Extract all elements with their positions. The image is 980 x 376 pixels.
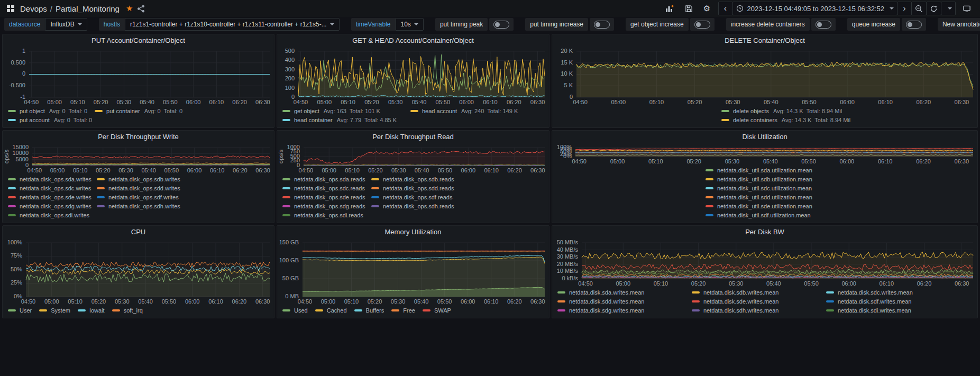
legend-item[interactable]: soft_irq — [112, 306, 143, 315]
save-dashboard-button[interactable] — [681, 2, 697, 15]
timeseries-chart[interactable]: 10.5000-0.500-104:5005:0005:1005:2005:30… — [3, 47, 274, 106]
legend-item[interactable]: netdata.disk_ops.sdi.reads — [282, 211, 369, 219]
legend-item[interactable]: SWAP — [423, 306, 451, 315]
toggle-switch[interactable] — [590, 18, 614, 31]
legend-item[interactable]: head accountAvg: 240 Total: 149 K — [410, 107, 536, 115]
legend-item[interactable]: netdata.disk_ops.sde.writes — [8, 193, 95, 201]
legend-item[interactable]: get objectAvg: 163 Total: 101 K — [282, 107, 408, 115]
variable-value-dropdown[interactable]: InfluxDB — [45, 18, 87, 31]
legend-series-stats: Avg: 14.3 K Total: 8.94 Mil — [782, 116, 850, 124]
favorite-star-icon[interactable]: ★ — [126, 4, 133, 13]
series-color-swatch — [282, 196, 290, 198]
legend-item[interactable]: netdata.disk_ops.sdf.writes — [97, 193, 184, 201]
legend-item[interactable]: put objectAvg: 0 Total: 0 — [8, 107, 87, 115]
add-panel-button[interactable] — [662, 2, 678, 15]
legend-item[interactable]: netdata.disk_ops.sdf.reads — [371, 193, 458, 201]
legend-item[interactable]: netdata.disk.sdi.writes.mean — [826, 306, 958, 315]
breadcrumb-dashboard[interactable]: Partial_Monitoring — [56, 4, 120, 13]
legend-series-name: get object — [294, 107, 319, 115]
legend-item[interactable]: netdata.disk_ops.sdg.writes — [8, 202, 95, 210]
legend-item[interactable]: netdata.disk.sdf.writes.mean — [826, 297, 958, 306]
panel-title[interactable]: PUT Account/Container/Object — [3, 34, 274, 47]
timeseries-chart[interactable]: 1000750500250004:5005:0005:1005:2005:300… — [277, 143, 549, 175]
legend-item[interactable]: netdata.disk_ops.sda.writes — [8, 175, 95, 184]
toggle-switch[interactable] — [690, 18, 715, 31]
legend-item[interactable]: Buffers — [354, 306, 384, 315]
breadcrumb-app[interactable]: Devops — [20, 4, 47, 13]
refresh-interval-caret[interactable] — [941, 2, 956, 15]
legend-item[interactable]: netdata.disk.sdg.writes.mean — [557, 306, 690, 315]
legend-item[interactable]: netdata.disk_ops.sde.reads — [282, 193, 369, 201]
legend-item[interactable]: netdata.disk_util.sdb.utilization.mean — [706, 175, 838, 184]
toggle-switch[interactable] — [489, 18, 514, 31]
svg-text:06:00: 06:00 — [186, 99, 201, 105]
legend-item[interactable]: User — [8, 306, 32, 315]
legend-item[interactable]: delete objectsAvg: 14.3 K Total: 8.94 Mi… — [721, 107, 842, 115]
variable-value-dropdown[interactable]: r1z1s1-controller + r1z1s10-controller +… — [125, 18, 340, 31]
legend-item[interactable]: netdata.disk_util.sdf.utilization.mean — [706, 211, 838, 219]
legend-item[interactable]: netdata.disk_ops.sdi.writes — [8, 211, 95, 219]
panel-title[interactable]: Per Disk Throughput Read — [277, 131, 549, 143]
timeseries-chart[interactable]: 20 K15 K10 K5 K004:5005:0005:1005:2005:3… — [552, 47, 977, 106]
timeseries-chart[interactable]: 50 MB/s40 MB/s30 MB/s20 MB/s10 MB/s0 kB/… — [552, 239, 977, 288]
dashboard-settings-button[interactable]: ⚙ — [700, 2, 715, 15]
legend-item[interactable]: netdata.disk_ops.sdh.reads — [371, 202, 458, 210]
legend-item[interactable]: netdata.disk.sda.writes.mean — [557, 288, 690, 297]
legend-item[interactable]: netdata.disk.sdd.writes.mean — [557, 297, 690, 306]
legend-item[interactable]: netdata.disk_util.sdd.utilization.mean — [706, 193, 838, 201]
legend-item[interactable]: netdata.disk_ops.sdd.writes — [97, 184, 184, 192]
timeseries-chart[interactable]: 100%75%50%25%0%04:5005:0005:1005:2005:30… — [552, 143, 977, 166]
legend-item[interactable]: netdata.disk_ops.sdd.reads — [371, 184, 458, 192]
legend-item[interactable]: Cached — [315, 306, 347, 315]
legend-item[interactable]: netdata.disk_ops.sda.reads — [282, 175, 369, 184]
legend-item[interactable]: netdata.disk.sdb.writes.mean — [692, 288, 824, 297]
legend-item[interactable]: put accountAvg: 0 Total: 0 — [8, 116, 92, 124]
legend-item[interactable]: delete containersAvg: 14.3 K Total: 8.94… — [721, 116, 850, 124]
time-range-back-button[interactable]: ‹ — [718, 2, 733, 15]
legend-item[interactable]: netdata.disk.sdc.writes.mean — [826, 288, 958, 297]
svg-text:06:00: 06:00 — [461, 167, 476, 173]
variable-value-dropdown[interactable]: 10s — [396, 18, 424, 31]
legend-item[interactable]: netdata.disk_ops.sdb.reads — [371, 175, 458, 184]
breadcrumb[interactable]: Devops / Partial_Monitoring — [20, 4, 120, 13]
panel-title[interactable]: Per Disk Throughput Write — [3, 131, 274, 143]
legend-item[interactable]: Iowait — [78, 306, 105, 315]
time-range-forward-button[interactable]: › — [897, 2, 912, 15]
panel-title[interactable]: Per Disk BW — [552, 226, 977, 239]
legend-item[interactable]: netdata.disk_util.sdc.utilization.mean — [706, 184, 838, 192]
panel-title[interactable]: DELETE Container/Object — [552, 34, 977, 47]
legend-item[interactable]: netdata.disk_util.sde.utilization.mean — [706, 202, 838, 210]
timeseries-chart[interactable]: 150 GB100 GB50 GB0 MB04:5005:0005:1005:2… — [277, 239, 549, 306]
legend-item[interactable]: netdata.disk_ops.sdc.reads — [282, 184, 369, 192]
toggle-get-object-increase: get object increase — [626, 18, 715, 31]
apps-menu-icon[interactable] — [6, 4, 15, 13]
legend-item[interactable]: netdata.disk.sde.writes.mean — [692, 297, 824, 306]
time-range-picker[interactable]: 2023-12-15 04:49:05 to 2023-12-15 06:32:… — [732, 2, 898, 15]
panel-title[interactable]: CPU — [3, 226, 274, 239]
refresh-button[interactable] — [926, 2, 941, 15]
panel-title[interactable]: GET & HEAD Account/Container/Object — [277, 34, 549, 47]
panel-title[interactable]: Memory Utilization — [277, 226, 549, 239]
toggle-knob — [495, 22, 500, 27]
legend-item[interactable]: Free — [391, 306, 415, 315]
legend-item[interactable]: netdata.disk_ops.sdb.writes — [97, 175, 184, 184]
timeseries-chart[interactable]: 100%75%50%25%0%04:5005:0005:1005:2005:30… — [3, 239, 274, 306]
panel-title[interactable]: Disk Utilization — [552, 131, 977, 143]
legend-item[interactable]: netdata.disk_ops.sdg.reads — [282, 202, 369, 210]
timeseries-chart[interactable]: 15000100005000004:5005:0005:1005:2005:30… — [3, 143, 274, 175]
legend-item[interactable]: System — [39, 306, 70, 315]
zoom-out-button[interactable] — [911, 2, 927, 15]
legend-item[interactable]: head containerAvg: 7.79 Total: 4.85 K — [282, 116, 408, 124]
legend-item[interactable]: netdata.disk_ops.sdh.writes — [97, 202, 184, 210]
legend-series-stats: Avg: 0 Total: 0 — [144, 107, 182, 115]
legend-item[interactable]: netdata.disk_ops.sdc.writes — [8, 184, 95, 192]
legend-item[interactable]: netdata.disk_util.sda.utilization.mean — [706, 166, 838, 175]
legend-item[interactable]: Used — [282, 306, 308, 315]
toggle-switch[interactable] — [811, 18, 836, 31]
kiosk-mode-button[interactable] — [959, 2, 975, 15]
legend-item[interactable]: put containerAvg: 0 Total: 0 — [95, 107, 182, 115]
legend-item[interactable]: netdata.disk.sdh.writes.mean — [692, 306, 824, 315]
timeseries-chart[interactable]: 500400300200100004:5005:0005:1005:2005:3… — [277, 47, 549, 106]
toggle-switch[interactable] — [902, 18, 926, 31]
share-icon[interactable] — [137, 5, 145, 13]
